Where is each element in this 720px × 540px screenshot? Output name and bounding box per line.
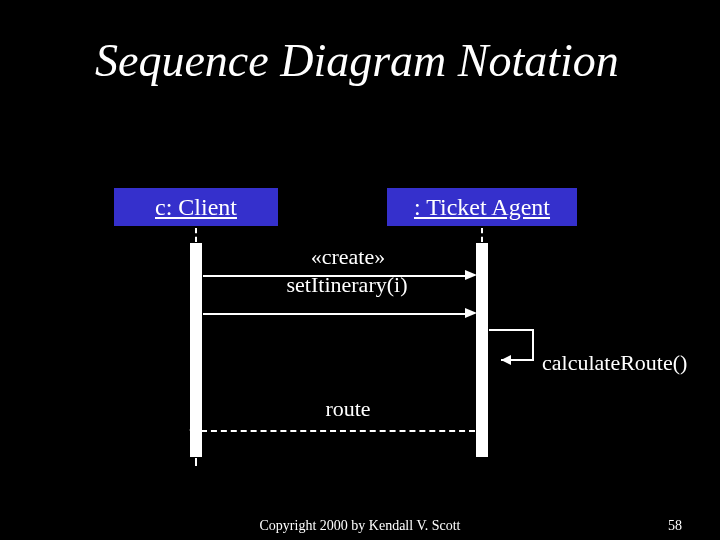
arrow-route-head xyxy=(189,425,201,435)
slide-title: Sequence Diagram Notation xyxy=(95,34,619,87)
lifeline-agent-top xyxy=(481,228,483,242)
lifeline-client-bottom xyxy=(195,458,197,466)
object-client: c: Client xyxy=(112,186,280,228)
label-route: route xyxy=(278,396,418,422)
label-create: «create» xyxy=(278,244,418,270)
label-calculate-route: calculateRoute() xyxy=(542,350,687,376)
label-set-itinerary: setItinerary(i) xyxy=(262,272,432,298)
object-ticket-agent-label: : Ticket Agent xyxy=(414,194,550,221)
arrow-set-itinerary-head xyxy=(465,308,477,318)
footer-copyright: Copyright 2000 by Kendall V. Scott xyxy=(260,518,461,534)
activation-agent xyxy=(475,242,489,458)
object-client-label: c: Client xyxy=(155,194,237,221)
footer-page-number: 58 xyxy=(668,518,682,534)
arrow-route xyxy=(201,430,475,432)
svg-marker-0 xyxy=(501,355,511,365)
lifeline-client-top xyxy=(195,228,197,242)
object-ticket-agent: : Ticket Agent xyxy=(385,186,579,228)
arrow-set-itinerary xyxy=(203,313,465,315)
slide: Sequence Diagram Notation c: Client : Ti… xyxy=(0,0,720,540)
arrow-create-head xyxy=(465,270,477,280)
self-call-calculate-route xyxy=(489,326,545,368)
